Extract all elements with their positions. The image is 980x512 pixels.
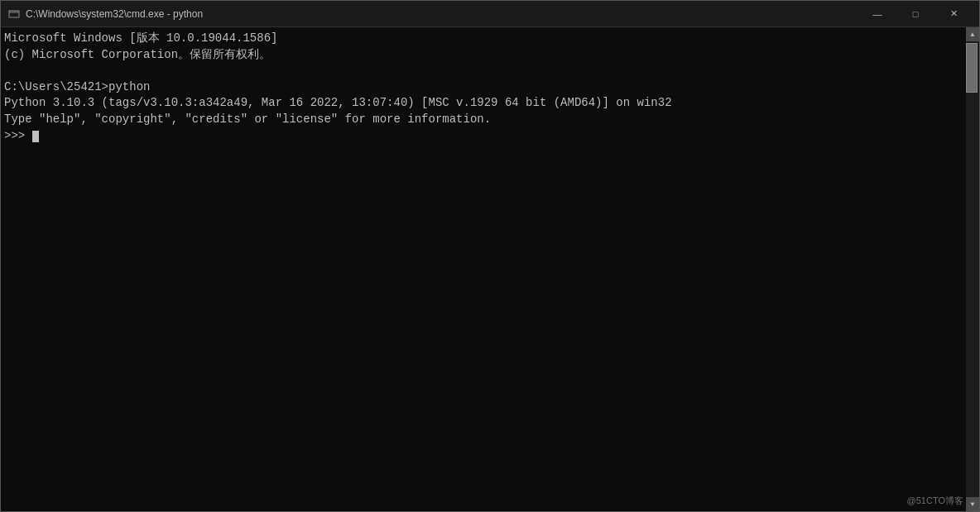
console-empty-line	[4, 63, 963, 79]
scrollbar[interactable]: ▲ ▼	[966, 27, 979, 511]
console-line: Python 3.10.3 (tags/v3.10.3:a342a49, Mar…	[4, 95, 963, 112]
console-wrapper: Microsoft Windows [版本 10.0.19044.1586](c…	[1, 27, 979, 511]
console-line: >>>	[4, 128, 963, 145]
console-output[interactable]: Microsoft Windows [版本 10.0.19044.1586](c…	[1, 27, 966, 511]
close-button[interactable]: ✕	[934, 1, 973, 27]
minimize-button[interactable]: —	[858, 1, 896, 27]
console-line: (c) Microsoft Corporation。保留所有权利。	[4, 47, 963, 64]
cmd-window: C:\Windows\system32\cmd.exe - python — □…	[0, 0, 980, 512]
title-bar: C:\Windows\system32\cmd.exe - python — □…	[1, 1, 979, 27]
window-icon	[7, 7, 21, 21]
maximize-button[interactable]: □	[896, 1, 934, 27]
window-title: C:\Windows\system32\cmd.exe - python	[26, 8, 858, 20]
scrollbar-track[interactable]	[966, 41, 979, 497]
scrollbar-thumb[interactable]	[966, 43, 978, 93]
window-controls: — □ ✕	[858, 1, 973, 27]
console-line: Microsoft Windows [版本 10.0.19044.1586]	[4, 31, 963, 47]
scroll-down-arrow[interactable]: ▼	[966, 497, 979, 511]
console-line: Type "help", "copyright", "credits" or "…	[4, 112, 963, 128]
watermark: @51CTO博客	[907, 495, 963, 507]
svg-rect-1	[9, 11, 19, 13]
scroll-up-arrow[interactable]: ▲	[966, 27, 979, 41]
console-line: C:\Users\25421>python	[4, 79, 963, 96]
cursor	[32, 131, 39, 142]
